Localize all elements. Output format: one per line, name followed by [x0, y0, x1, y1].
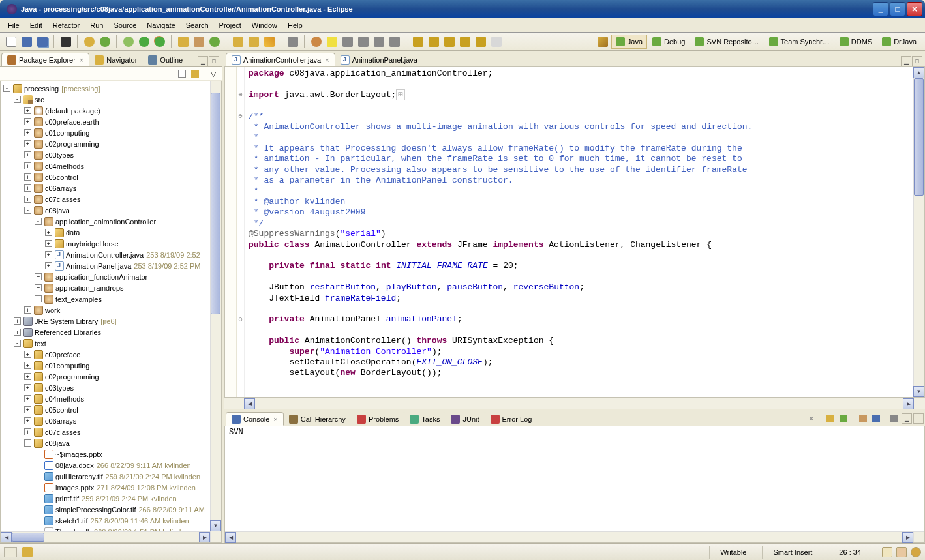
- bottom-tab-call-hierarchy[interactable]: Call Hierarchy: [283, 412, 352, 426]
- menu-source[interactable]: Source: [108, 20, 142, 31]
- tree-node[interactable]: +application_functionAnimator: [3, 271, 221, 282]
- run-button[interactable]: [137, 35, 151, 49]
- tree-node[interactable]: +c01computing: [3, 360, 221, 371]
- build-button[interactable]: [98, 35, 112, 49]
- tree-node[interactable]: +c02programming: [3, 138, 221, 149]
- console-pin-icon[interactable]: [825, 413, 836, 424]
- menu-edit[interactable]: Edit: [25, 20, 48, 31]
- tree-node[interactable]: +c04methods: [3, 160, 221, 171]
- editor-minimize-button[interactable]: ▁: [901, 56, 911, 66]
- forward-button[interactable]: [489, 35, 504, 49]
- view-tab-outline[interactable]: Outline: [142, 53, 189, 66]
- expander-icon[interactable]: +: [35, 273, 42, 280]
- menu-navigate[interactable]: Navigate: [142, 20, 180, 31]
- collapse-all-icon[interactable]: [176, 68, 188, 80]
- tree-node[interactable]: +c02programming: [3, 371, 221, 382]
- view-tab-package-explorer[interactable]: Package Explorer×: [1, 53, 89, 66]
- expander-icon[interactable]: +: [24, 373, 31, 380]
- perspective-java[interactable]: Java: [611, 35, 647, 49]
- console-open-icon[interactable]: [857, 413, 869, 424]
- save-all-button[interactable]: [35, 35, 50, 49]
- editor-vscrollbar[interactable]: ▲ ▼: [913, 67, 924, 397]
- expander-icon[interactable]: +: [24, 151, 31, 158]
- toggle-breadcrumb-button[interactable]: [286, 35, 300, 49]
- expander-icon[interactable]: +: [24, 140, 31, 147]
- expander-icon[interactable]: -: [14, 340, 21, 347]
- status-icon-2[interactable]: [896, 547, 907, 557]
- prev-button[interactable]: [458, 35, 472, 49]
- tree-node[interactable]: +c05control: [3, 171, 221, 183]
- expander-icon[interactable]: -: [3, 85, 10, 92]
- close-icon[interactable]: ×: [325, 56, 329, 64]
- editor-tab[interactable]: AnimationController.java×: [226, 53, 335, 66]
- annotation-button[interactable]: [341, 35, 355, 49]
- tree-node[interactable]: +c03types: [3, 149, 221, 160]
- new-package-button[interactable]: [192, 35, 206, 49]
- open-perspective-button[interactable]: [596, 35, 610, 49]
- tree-node[interactable]: +c06arrays: [3, 415, 221, 426]
- console-new-icon[interactable]: [888, 413, 900, 424]
- menu-file[interactable]: File: [3, 20, 25, 31]
- expander-icon[interactable]: +: [24, 362, 31, 369]
- status-icon-1[interactable]: [882, 547, 892, 557]
- perspective-ddms[interactable]: DDMS: [835, 35, 877, 49]
- tree-node[interactable]: simpleProcessingColor.tif266 8/22/09 9:1…: [3, 504, 221, 515]
- highlight-button[interactable]: [325, 35, 339, 49]
- search2-button[interactable]: [309, 35, 324, 49]
- tree-node[interactable]: -processing[processing]: [3, 83, 221, 94]
- tree-node[interactable]: ~$images.pptx: [3, 449, 221, 460]
- tree-node[interactable]: +JRE System Library[jre6]: [3, 316, 221, 327]
- console-output[interactable]: SVN: [225, 426, 924, 531]
- perspective-drjava[interactable]: DrJava: [877, 35, 921, 49]
- console-hscrollbar[interactable]: ◀ ▶: [225, 531, 924, 542]
- folding-gutter[interactable]: ⊕⊖⊖: [237, 67, 245, 397]
- tree-node[interactable]: -text: [3, 338, 221, 349]
- editor-tab[interactable]: AnimationPanel.java: [335, 53, 423, 66]
- link-editor-icon[interactable]: [189, 68, 201, 80]
- console-clear-icon[interactable]: ✕: [805, 413, 817, 424]
- tree-node[interactable]: +data: [3, 227, 221, 238]
- tree-node[interactable]: -application_animationController: [3, 216, 221, 227]
- scroll-right-button[interactable]: ▶: [199, 532, 210, 543]
- step-into-button[interactable]: [411, 35, 425, 49]
- expander-icon[interactable]: -: [24, 207, 31, 214]
- tree-node[interactable]: +c01computing: [3, 127, 221, 138]
- expander-icon[interactable]: -: [35, 218, 42, 225]
- expander-icon[interactable]: +: [35, 295, 42, 302]
- tree-node[interactable]: images.pptx271 8/24/09 12:08 PM kvlinden: [3, 482, 221, 493]
- view-tab-navigator[interactable]: Navigator: [89, 53, 143, 66]
- package-explorer-tree[interactable]: -processing[processing]-src+(default pac…: [0, 81, 222, 543]
- expander-icon[interactable]: +: [45, 262, 52, 269]
- expander-icon[interactable]: +: [24, 118, 31, 125]
- expander-icon[interactable]: +: [45, 251, 52, 258]
- tree-node[interactable]: +c00preface: [3, 349, 221, 360]
- bottom-maximize-button[interactable]: □: [913, 413, 924, 424]
- tree-node[interactable]: +work: [3, 304, 221, 316]
- tree-node[interactable]: +(default package): [3, 105, 221, 116]
- step-over-button[interactable]: [427, 35, 441, 49]
- scroll-down-button[interactable]: ▼: [210, 520, 221, 531]
- tree-node[interactable]: +AnimationController.java253 8/19/09 2:5…: [3, 249, 221, 260]
- maximize-button[interactable]: □: [890, 2, 905, 16]
- tree-node[interactable]: +AnimationPanel.java253 8/19/09 2:52 PM: [3, 260, 221, 271]
- tree-node[interactable]: -c08java: [3, 437, 221, 449]
- tree-node[interactable]: -c08java: [3, 205, 221, 216]
- maximize-view-button[interactable]: □: [209, 56, 219, 66]
- menu-search[interactable]: Search: [181, 20, 214, 31]
- expander-icon[interactable]: +: [35, 284, 42, 291]
- console-display-icon[interactable]: [838, 413, 849, 424]
- expander-icon[interactable]: +: [24, 306, 31, 314]
- menu-help[interactable]: Help: [282, 20, 308, 31]
- expander-icon[interactable]: +: [24, 406, 31, 413]
- close-button[interactable]: ×: [907, 2, 922, 16]
- expander-icon[interactable]: +: [24, 395, 31, 402]
- expander-icon[interactable]: +: [24, 107, 31, 114]
- expander-icon[interactable]: +: [24, 384, 31, 391]
- nav1-button[interactable]: [356, 35, 371, 49]
- menu-window[interactable]: Window: [247, 20, 282, 31]
- tree-node[interactable]: guiHierarchy.tif259 8/21/09 2:24 PM kvli…: [3, 471, 221, 482]
- new-class-button[interactable]: [207, 35, 222, 49]
- perspective-teamsynchr[interactable]: Team Synchr…: [765, 35, 834, 49]
- open-type-button[interactable]: [231, 35, 245, 49]
- bottom-tab-error-log[interactable]: Error Log: [485, 412, 538, 426]
